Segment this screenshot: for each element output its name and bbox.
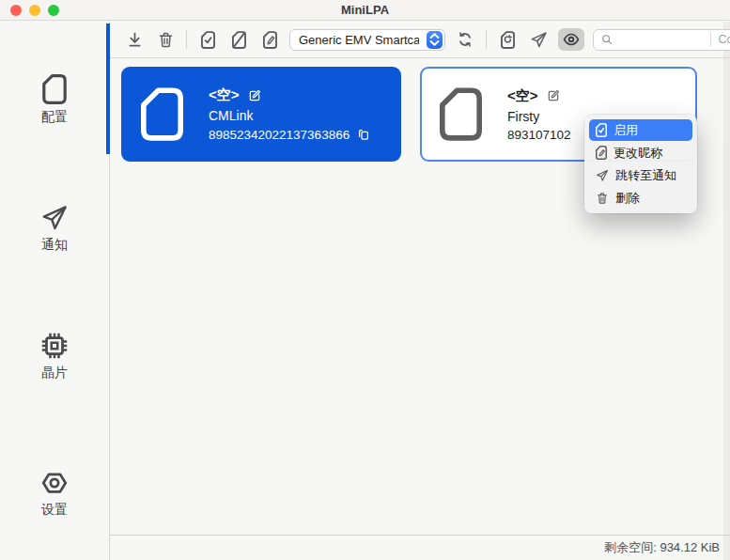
card-reader-select[interactable]: Generic EMV Smartcard ... [289, 29, 445, 51]
profile-provider: Firsty [507, 109, 571, 124]
sidebar-item-profile[interactable]: 配置 [0, 74, 109, 126]
sim-rename-icon [263, 31, 277, 49]
sim-check-icon [596, 123, 607, 137]
sim-restore-icon [501, 31, 515, 49]
menu-item-label: 删除 [615, 190, 640, 207]
status-bar: 剩余空间: 934.12 KiB [110, 535, 730, 560]
sidebar-item-label: 设置 [41, 502, 68, 519]
enable-profile-button[interactable] [196, 28, 219, 51]
send-notification-button[interactable] [527, 28, 550, 51]
profile-nickname: <空> [507, 87, 538, 105]
profile-card-cmlink[interactable]: <空> CMLink 89852342022137363866 [121, 67, 401, 162]
edit-nickname-button[interactable] [247, 88, 262, 103]
paper-plane-icon [40, 204, 69, 232]
trash-icon [157, 31, 175, 49]
trash-icon [596, 192, 609, 205]
edit-nickname-button[interactable] [546, 88, 561, 103]
chevron-up-down-icon [427, 31, 443, 48]
menu-item-label: 更改昵称 [614, 145, 662, 162]
sidebar-item-chip[interactable]: 晶片 [0, 332, 109, 381]
rename-profile-button[interactable] [258, 28, 281, 51]
window-title: MiniLPA [0, 0, 730, 21]
menu-item-delete[interactable]: 删除 [589, 187, 692, 209]
sidebar-item-label: 晶片 [41, 365, 68, 381]
copy-icon [356, 127, 371, 142]
search-field: Cc W .* [593, 29, 730, 51]
sim-pencil-icon [596, 146, 607, 160]
disable-profile-button[interactable] [227, 28, 250, 51]
settings-icon [40, 469, 69, 497]
copy-iccid-button[interactable] [356, 127, 371, 142]
sim-disable-icon [232, 31, 246, 49]
sidebar: 配置 通知 晶片 设置 [0, 22, 110, 560]
profile-nickname: <空> [209, 86, 240, 104]
free-space-label: 剩余空间: 934.12 KiB [604, 539, 720, 556]
chip-icon [40, 332, 69, 360]
menu-item-label: 跳转至通知 [615, 167, 676, 184]
sidebar-item-notification[interactable]: 通知 [0, 204, 109, 254]
menu-item-label: 启用 [614, 122, 638, 139]
profile-iccid: 893107102 [507, 128, 571, 142]
app-window: MiniLPA 配置 通知 晶片 设置 [0, 0, 730, 560]
toggle-details-button[interactable] [558, 28, 584, 51]
sim-card-icon [440, 87, 482, 141]
profile-provider: CMLink [209, 108, 371, 123]
toolbar-separator [186, 30, 187, 49]
menu-item-rename[interactable]: 更改昵称 [589, 142, 692, 163]
paper-plane-icon [596, 169, 609, 182]
sidebar-item-label: 配置 [41, 109, 68, 126]
edit-icon [247, 88, 262, 103]
sidebar-item-label: 通知 [41, 237, 68, 254]
download-profile-button[interactable] [123, 28, 146, 51]
refresh-button[interactable] [454, 28, 476, 51]
match-case-toggle[interactable]: Cc [719, 33, 730, 46]
profile-iccid: 89852342022137363866 [209, 128, 349, 142]
titlebar: MiniLPA [0, 0, 730, 21]
send-notification-icon [530, 31, 548, 49]
sim-enable-icon [201, 31, 215, 49]
sim-card-icon [141, 87, 183, 141]
search-input[interactable] [619, 32, 705, 48]
select-stepper [427, 31, 443, 49]
menu-item-goto-notification[interactable]: 跳转至通知 [589, 164, 692, 186]
menu-item-enable[interactable]: 启用 [589, 119, 692, 141]
card-reader-value: Generic EMV Smartcard ... [299, 33, 419, 47]
sim-card-icon [42, 74, 67, 104]
download-icon [126, 31, 144, 49]
edit-icon [546, 88, 561, 103]
toolbar-separator [486, 30, 487, 49]
search-icon [600, 33, 614, 46]
delete-profile-button[interactable] [154, 28, 177, 51]
sidebar-item-settings[interactable]: 设置 [0, 469, 109, 519]
context-menu: 启用 更改昵称 跳转至通知 删除 [584, 115, 697, 213]
eye-icon [563, 31, 580, 48]
refresh-icon [457, 31, 474, 48]
restore-profile-button[interactable] [496, 28, 519, 51]
toolbar: Generic EMV Smartcard ... [110, 22, 730, 58]
search-options: Cc W .* [710, 33, 730, 46]
